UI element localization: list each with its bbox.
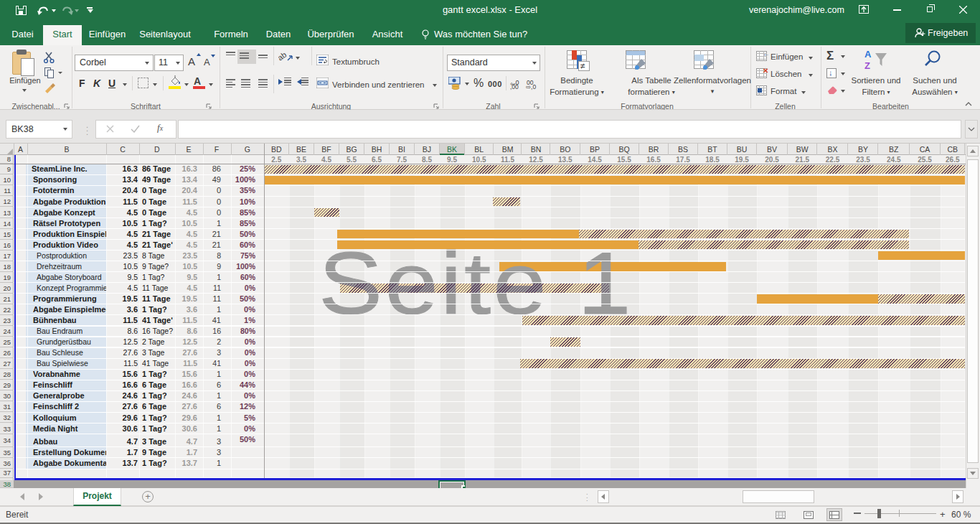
svg-text:ab: ab	[278, 50, 288, 62]
